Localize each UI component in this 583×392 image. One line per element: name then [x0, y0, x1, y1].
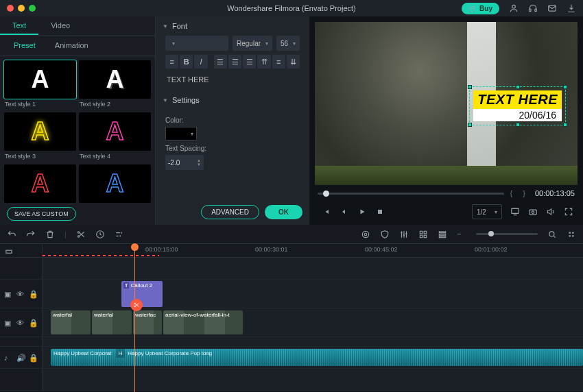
lock-icon[interactable]: 🔒 — [29, 319, 37, 327]
fullscreen-icon[interactable] — [564, 207, 573, 217]
zoom-ratio-dropdown[interactable]: 1/2 — [472, 204, 502, 219]
eye-icon[interactable]: 👁 — [16, 319, 25, 327]
subtab-preset[interactable]: Preset — [4, 36, 45, 56]
download-icon[interactable] — [567, 3, 576, 13]
display-icon[interactable] — [510, 207, 520, 217]
zoom-out-icon[interactable]: − — [457, 230, 466, 239]
preview-scrubber[interactable] — [318, 193, 504, 195]
preview-viewport[interactable]: TEXT HERE 20/06/16 — [315, 22, 578, 185]
maximize-window-icon[interactable] — [29, 5, 36, 12]
track-body-audio[interactable]: Happy Upbeat Corporat H Happy Upbeat Cor… — [43, 347, 583, 368]
color-picker[interactable]: ▾ — [165, 127, 197, 140]
font-family-dropdown[interactable] — [165, 36, 228, 51]
lock-icon[interactable]: 🔒 — [29, 354, 37, 362]
text-style-3[interactable]: A Text style 3 — [4, 112, 76, 162]
track-head-audio: ♪ 🔊 🔒 — [0, 347, 43, 368]
user-icon[interactable] — [509, 3, 519, 13]
selection-range[interactable] — [43, 244, 159, 257]
bold-button[interactable]: B — [180, 55, 193, 69]
redo-icon[interactable] — [26, 230, 36, 239]
settings-icon[interactable] — [115, 230, 124, 239]
valign-middle-button[interactable]: ≡ — [272, 55, 285, 69]
text-style-2[interactable]: A Text style 2 — [79, 60, 151, 110]
text-panel: Text Video Preset Animation A Text style… — [0, 16, 155, 225]
style-label: Text style 3 — [4, 151, 76, 162]
align-right-button[interactable]: ☰ — [243, 55, 256, 69]
text-style-4[interactable]: A Text style 4 — [79, 112, 151, 162]
tab-video[interactable]: Video — [38, 16, 82, 35]
font-weight-dropdown[interactable]: Regular — [233, 36, 272, 51]
time-ruler[interactable]: 00:00:15:00 00:00:30:01 00:00:45:02 00:0… — [43, 244, 583, 257]
subtab-animation[interactable]: Animation — [45, 36, 98, 56]
scissors-icon[interactable] — [130, 299, 143, 311]
save-as-custom-button[interactable]: SAVE AS CUSTOM — [7, 207, 76, 221]
settings-section-header[interactable]: Settings — [156, 90, 309, 110]
ok-button[interactable]: OK — [265, 205, 302, 219]
text-style-6[interactable]: A — [79, 164, 151, 203]
video-clip[interactable]: waterfac — [133, 310, 162, 334]
text-style-5[interactable]: A — [4, 164, 76, 203]
spinner-arrows-icon[interactable]: ▲▼ — [197, 158, 201, 167]
valign-bottom-button[interactable]: ⇊ — [287, 55, 300, 69]
volume-icon[interactable]: 🔊 — [16, 354, 25, 362]
text-spacing-input[interactable]: -2.0 ▲▼ — [165, 155, 204, 170]
font-size-dropdown[interactable]: 56 — [276, 36, 300, 51]
eye-icon[interactable]: 👁 — [16, 290, 25, 298]
mail-icon[interactable] — [547, 3, 557, 13]
advanced-button[interactable]: ADVANCED — [201, 205, 259, 219]
delete-icon[interactable] — [45, 230, 55, 239]
list-icon[interactable] — [438, 230, 447, 239]
track-body-video[interactable]: waterfal waterfal waterfac aerial-view-o… — [43, 308, 583, 336]
volume-icon[interactable] — [546, 207, 556, 217]
text-overlay[interactable]: TEXT HERE 20/06/16 — [473, 90, 562, 121]
scrub-knob[interactable] — [323, 191, 329, 197]
toggle-icon[interactable]: ▣ — [4, 290, 12, 298]
stop-button[interactable] — [372, 205, 388, 219]
track-body[interactable] — [43, 369, 583, 390]
snap-icon[interactable] — [4, 247, 14, 256]
zoom-knob[interactable] — [488, 231, 494, 236]
split-icon[interactable] — [76, 230, 86, 239]
audio-clip[interactable]: Happy Upbeat Corporat H Happy Upbeat Cor… — [51, 349, 583, 366]
track-body[interactable] — [43, 337, 583, 346]
clip-label: waterfac — [135, 312, 156, 318]
track-body-text[interactable]: T Callout 2 — [43, 280, 583, 308]
toggle-icon[interactable]: ▣ — [4, 319, 12, 327]
italic-button[interactable]: I — [194, 55, 207, 69]
snapshot-icon[interactable] — [528, 207, 538, 217]
line-height-button[interactable]: ≡ — [165, 55, 178, 69]
marker-icon[interactable] — [361, 230, 370, 239]
video-clip[interactable]: aerial-view-of-waterfall-in-t — [163, 310, 243, 334]
video-clip[interactable]: waterfal — [92, 310, 132, 334]
font-section-header[interactable]: Font — [156, 16, 309, 36]
close-window-icon[interactable] — [7, 5, 14, 12]
minimize-window-icon[interactable] — [18, 5, 25, 12]
svg-point-26 — [134, 303, 136, 304]
zoom-slider[interactable] — [476, 233, 538, 235]
buy-button[interactable]: 🛒 Buy — [462, 3, 499, 14]
track-body[interactable] — [43, 258, 583, 279]
lock-icon[interactable]: 🔒 — [29, 290, 37, 298]
playhead[interactable] — [134, 244, 135, 392]
valign-top-button[interactable]: ⇈ — [257, 55, 270, 69]
prev-frame-button[interactable] — [319, 205, 334, 219]
align-center-button[interactable]: ☰ — [228, 55, 241, 69]
shield-icon[interactable] — [380, 230, 390, 239]
mixer-icon[interactable] — [399, 230, 409, 239]
grid-icon[interactable] — [418, 230, 428, 239]
tab-text[interactable]: Text — [0, 16, 38, 35]
zoom-in-icon[interactable] — [547, 230, 557, 239]
clip-label: Happy Upbeat Corporate Pop long — [125, 349, 215, 358]
undo-icon[interactable] — [7, 230, 16, 239]
video-clip[interactable]: waterfal — [51, 310, 91, 334]
more-icon[interactable] — [567, 230, 576, 239]
align-left-button[interactable]: ☰ — [214, 55, 227, 69]
play-button[interactable] — [355, 205, 370, 219]
headphones-icon[interactable] — [528, 3, 538, 13]
step-back-button[interactable] — [337, 205, 352, 219]
speed-icon[interactable] — [95, 230, 105, 239]
ruler-mark: 00:01:00:02 — [475, 246, 508, 253]
text-style-1[interactable]: A Text style 1 — [4, 60, 76, 110]
text-content-input[interactable] — [165, 73, 300, 86]
svg-rect-17 — [439, 231, 445, 232]
